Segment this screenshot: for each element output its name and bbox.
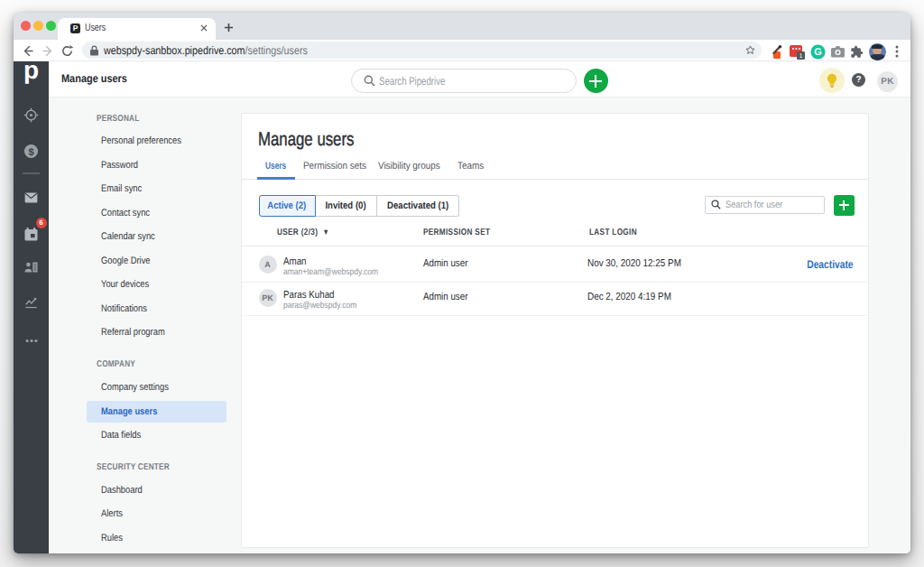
- svg-text:G: G: [814, 47, 822, 58]
- svg-text:1: 1: [799, 53, 803, 60]
- svg-text:$: $: [28, 147, 33, 158]
